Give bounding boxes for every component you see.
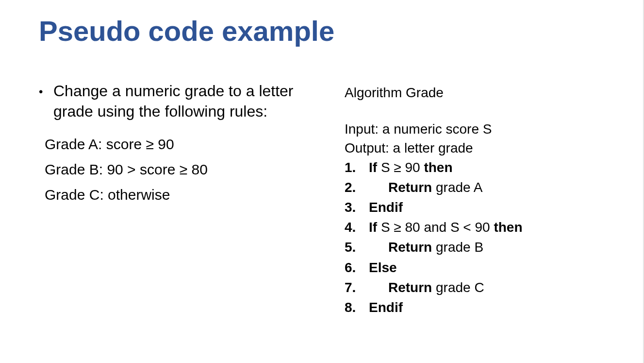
step-text: Return grade C — [369, 278, 607, 297]
algo-step: 8.Endif — [345, 298, 607, 317]
bullet-dot-icon: • — [39, 81, 53, 121]
right-column: Algorithm Grade Input: a numeric score S… — [345, 81, 607, 318]
rule-c: Grade C: otherwise — [45, 187, 301, 203]
algorithm-input: Input: a numeric score S — [345, 120, 607, 138]
algo-step: 1.If S ≥ 90 then — [345, 158, 607, 177]
bullet-item: • Change a numeric grade to a letter gra… — [39, 81, 301, 121]
step-number: 8. — [345, 298, 369, 317]
step-number: 1. — [345, 158, 369, 177]
step-number: 6. — [345, 258, 369, 277]
bullet-text: Change a numeric grade to a letter grade… — [53, 81, 301, 121]
step-text: If S ≥ 90 then — [369, 158, 607, 177]
slide-title: Pseudo code example — [39, 10, 605, 47]
step-text: Return grade A — [369, 178, 607, 197]
step-number: 7. — [345, 278, 369, 297]
algo-step: 4.If S ≥ 80 and S < 90 then — [345, 218, 607, 237]
rule-b: Grade B: 90 > score ≥ 80 — [45, 161, 301, 178]
step-text: If S ≥ 80 and S < 90 then — [369, 218, 607, 237]
step-number: 2. — [345, 178, 369, 197]
step-text: Else — [369, 258, 607, 277]
algo-step: 7.Return grade C — [345, 278, 607, 297]
rule-a: Grade A: score ≥ 90 — [45, 136, 301, 153]
step-number: 4. — [345, 218, 369, 237]
slide-content: • Change a numeric grade to a letter gra… — [39, 81, 605, 318]
algo-step: 2.Return grade A — [345, 178, 607, 197]
step-number: 3. — [345, 198, 369, 217]
step-text: Endif — [369, 198, 607, 217]
algo-step: 5.Return grade B — [345, 238, 607, 257]
step-number: 5. — [345, 238, 369, 257]
left-column: • Change a numeric grade to a letter gra… — [39, 81, 301, 318]
step-text: Endif — [369, 298, 607, 317]
algorithm-title: Algorithm Grade — [345, 83, 607, 102]
algorithm-steps: 1.If S ≥ 90 then2.Return grade A3.Endif4… — [345, 158, 607, 317]
algo-step: 3.Endif — [345, 198, 607, 217]
algo-step: 6.Else — [345, 258, 607, 277]
step-text: Return grade B — [369, 238, 607, 257]
algorithm-output: Output: a letter grade — [345, 138, 607, 157]
